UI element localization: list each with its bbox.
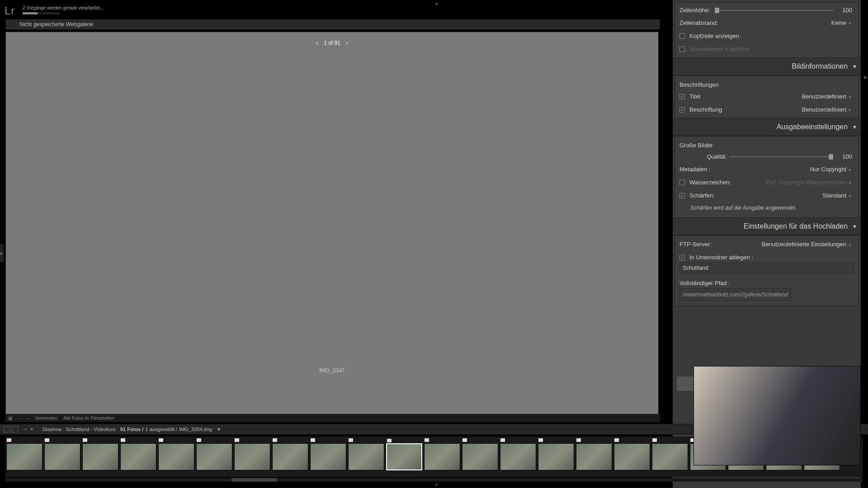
use-label: Verwenden: xyxy=(35,416,59,421)
watermark-checkbox[interactable] xyxy=(679,180,685,185)
caption-value[interactable]: Benutzerdefiniert▸ xyxy=(802,106,851,113)
fullpath-value: /www/matthiasbutz.com2/galerie/Schottlan… xyxy=(679,288,791,301)
floating-header-label: Schwebende Kopfzeile xyxy=(689,46,749,52)
sharpen-label: Schärfen: xyxy=(689,192,715,199)
thumbnail[interactable] xyxy=(234,443,270,470)
captions-subheader: Beschriftungen xyxy=(679,78,854,90)
show-header-checkbox[interactable] xyxy=(679,33,685,39)
filmstrip-scrollbar[interactable] xyxy=(5,478,863,482)
zoom-out-icon[interactable]: − xyxy=(24,426,27,432)
floating-header-checkbox xyxy=(679,47,685,52)
title-label: Titel xyxy=(689,93,700,100)
grid-toggle-2[interactable] xyxy=(12,426,18,432)
thumbnail[interactable] xyxy=(44,443,80,470)
quality-label: Qualität xyxy=(679,154,729,160)
thumbnail[interactable] xyxy=(614,443,650,470)
webcam-overlay xyxy=(693,366,861,465)
subfolder-input[interactable] xyxy=(679,263,854,273)
thumbnail-selected[interactable] xyxy=(386,443,422,470)
thumbnail[interactable] xyxy=(462,443,498,470)
prev-arrow-icon[interactable]: ‹ xyxy=(316,39,318,47)
processing-status: 2 Vorgänge werden gerade verarbeitet... xyxy=(23,5,104,10)
gallery-title-bar: Nicht gespeicherte Webgalerie xyxy=(5,19,660,30)
watermark-value: Einf. Copyright-Wasserzeichen▸ xyxy=(766,179,851,186)
chevron-down-icon: ▼ xyxy=(852,124,857,130)
selected-count: 1 ausgewählt / xyxy=(145,427,177,432)
fullpath-label: Vollständiger Pfad : xyxy=(679,280,730,286)
row-spacing-label: Zeilenabstand: xyxy=(679,19,718,26)
metadata-value[interactable]: Nur Copyright▸ xyxy=(810,166,851,173)
chevron-down-icon: ▼ xyxy=(852,64,857,69)
image-caption: IMG_2347 xyxy=(319,367,344,374)
zoom-in-icon[interactable]: + xyxy=(30,426,33,432)
thumbnail[interactable] xyxy=(272,443,308,470)
subfolder-checkbox[interactable] xyxy=(679,255,685,260)
quality-value: 100 xyxy=(838,153,854,160)
thumbnail[interactable] xyxy=(310,443,346,470)
thumbnail[interactable] xyxy=(6,443,42,470)
dropdown-icon[interactable]: ▾ xyxy=(217,426,220,432)
row-spacing-value[interactable]: Keine▸ xyxy=(831,19,851,26)
metadata-label: Metadaten : xyxy=(679,166,711,173)
title-value[interactable]: Benutzerdefiniert▸ xyxy=(802,93,851,100)
thumbnail[interactable] xyxy=(652,443,688,470)
bottom-panel-toggle[interactable]: ▼ xyxy=(434,482,439,488)
thumbnail[interactable] xyxy=(158,443,194,470)
thumbnail[interactable] xyxy=(538,443,574,470)
caption-checkbox[interactable] xyxy=(679,107,685,113)
top-panel-toggle[interactable]: ▼ xyxy=(434,1,439,7)
filter-source[interactable]: Alle Fotos im Filmstreifen xyxy=(63,416,114,421)
breadcrumb[interactable]: Diashow : Schottland - Videokurs xyxy=(42,427,116,432)
thumbnail[interactable] xyxy=(576,443,612,470)
photo-count: 91 Fotos / xyxy=(120,427,143,432)
row-height-slider[interactable] xyxy=(715,10,833,11)
quality-slider[interactable] xyxy=(729,156,833,157)
forward-icon[interactable]: → xyxy=(26,416,30,421)
row-height-value: 100 xyxy=(838,7,854,14)
large-images-subheader: Große Bilder xyxy=(679,138,854,150)
upload-settings-header[interactable]: Einstellungen für das Hochladen▼ xyxy=(673,218,861,235)
filter-bar: ▦ ← → Verwenden: Alle Fotos im Filmstrei… xyxy=(5,414,660,422)
sharpen-checkbox[interactable] xyxy=(679,193,685,198)
title-checkbox[interactable] xyxy=(679,94,685,99)
watermark-label: Wasserzeichen: xyxy=(689,179,731,186)
thumbnail[interactable] xyxy=(424,443,460,470)
current-file: IMG_3204.dng xyxy=(179,427,212,432)
chevron-down-icon: ▼ xyxy=(852,224,857,229)
grid-toggle-1[interactable] xyxy=(4,426,10,432)
thumbnail[interactable] xyxy=(500,443,536,470)
image-info-header[interactable]: Bildinformationen▼ xyxy=(673,58,861,75)
show-header-label: Kopfzeile anzeigen xyxy=(689,33,739,39)
app-logo: Lr xyxy=(5,5,15,17)
page-counter: 1 of 91 xyxy=(324,40,340,46)
right-panel-collapse[interactable]: ▶ xyxy=(863,68,868,86)
ftp-value[interactable]: Benutzerdefinierte Einstellungen▸ xyxy=(762,241,851,248)
thumbnail[interactable] xyxy=(120,443,156,470)
thumbnail[interactable] xyxy=(82,443,118,470)
output-settings-header[interactable]: Ausgabeeinstellungen▼ xyxy=(673,118,861,136)
ftp-label: FTP-Server: xyxy=(679,241,712,248)
row-height-label: Zeilenhöhe: xyxy=(679,7,710,14)
subfolder-label: In Unterordner ablegen : xyxy=(689,254,753,261)
caption-label: Beschriftung xyxy=(689,106,722,113)
view-icon[interactable]: ▦ xyxy=(8,416,12,421)
progress-bar xyxy=(23,12,60,14)
sharpen-value[interactable]: Standard▸ xyxy=(822,192,851,199)
web-preview: ‹ 1 of 91 › IMG_2347 xyxy=(5,32,659,416)
left-panel-expand[interactable]: ▶ xyxy=(0,244,4,262)
next-arrow-icon[interactable]: › xyxy=(346,39,348,47)
sharpen-note: Schärfen wird auf die Ausgabe angewendet… xyxy=(679,202,854,216)
thumbnail[interactable] xyxy=(196,443,232,470)
thumbnail[interactable] xyxy=(348,443,384,470)
back-icon[interactable]: ← xyxy=(17,416,21,421)
